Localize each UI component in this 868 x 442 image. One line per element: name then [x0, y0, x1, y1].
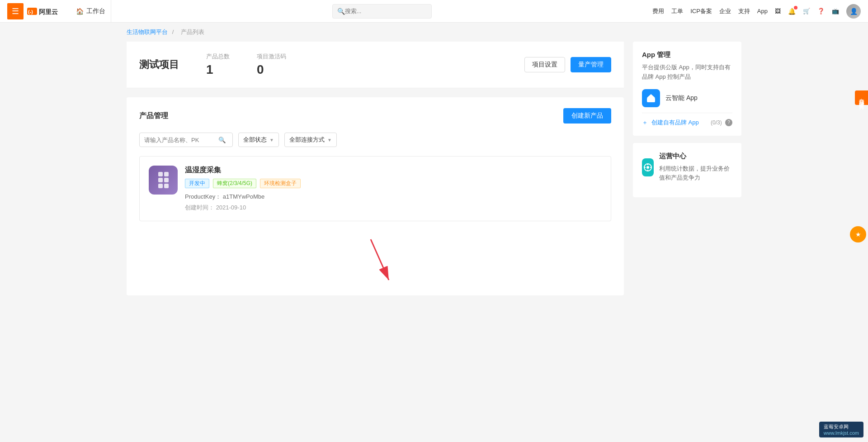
main-content: 测试项目 产品总数 1 项目激活码 0 项目设置 量产管理 产品管理 创建新产品	[0, 42, 868, 314]
media-icon[interactable]: 📺	[832, 8, 839, 14]
icon-dot-2	[164, 172, 169, 176]
app-management-title: App 管理	[642, 51, 732, 59]
nav-item-app[interactable]: App	[757, 8, 768, 14]
product-key-row: ProductKey： a1TMYwPoMbe	[185, 193, 602, 201]
product-search-field[interactable]: 🔍	[139, 133, 233, 147]
icon-dot-1	[158, 172, 163, 176]
image-icon[interactable]: 🖼	[775, 8, 781, 14]
app-management-desc: 平台提供公版 App，同时支持自有品牌 App 控制产品	[642, 63, 732, 82]
icon-dot-3	[158, 178, 163, 182]
pm-filters: 🔍 全部状态 ▼ 全部连接方式 ▼	[139, 133, 611, 147]
cloud-app-label: 云智能 App	[665, 94, 698, 102]
breadcrumb-parent[interactable]: 生活物联网平台	[127, 29, 168, 35]
project-header: 测试项目 产品总数 1 项目激活码 0 项目设置 量产管理	[127, 42, 624, 88]
divider	[642, 113, 732, 113]
tag-beehive: 蜂窝(2/3/4/5G)	[213, 179, 256, 188]
ops-app-item[interactable]: 运营中心 利用统计数据，提升业务价值和产品竞争力	[642, 152, 732, 183]
nav-item-enterprise[interactable]: 企业	[719, 7, 731, 15]
nav-item-expense[interactable]: 费用	[652, 7, 664, 15]
tag-environment: 环境检测盒子	[260, 179, 301, 188]
hamburger-button[interactable]: ☰	[7, 3, 24, 19]
workbench-nav[interactable]: 🏠 工作台	[71, 0, 111, 23]
product-key-value: a1TMYwPoMbe	[223, 193, 264, 200]
product-search-input[interactable]	[144, 137, 217, 143]
created-value: 2021-09-10	[216, 204, 246, 211]
status-filter-dropdown[interactable]: 全部状态 ▼	[238, 133, 279, 147]
nav-item-icp[interactable]: ICP备案	[690, 7, 712, 15]
red-arrow-area	[139, 230, 611, 285]
ops-svg	[643, 162, 653, 172]
project-stat-products: 产品总数 1	[206, 52, 230, 77]
icon-dot-5	[158, 184, 163, 188]
brand-count: (0/3) ?	[711, 119, 732, 126]
svg-marker-6	[647, 94, 655, 98]
red-arrow-indicator	[366, 235, 393, 285]
project-actions: 项目设置 量产管理	[524, 57, 611, 72]
breadcrumb-current: 产品列表	[181, 29, 204, 35]
pm-title: 产品管理	[139, 111, 563, 121]
cloud-app-item[interactable]: 云智能 App	[642, 89, 732, 107]
help-circle-icon[interactable]: ❓	[817, 8, 825, 14]
create-brand-label: 创建自有品牌 App	[651, 119, 699, 127]
svg-line-4	[371, 239, 389, 280]
pm-header: 产品管理 创建新产品	[139, 108, 611, 124]
stat-activations-value: 0	[257, 62, 286, 77]
right-float-tools: 自营品牌建链工具	[855, 90, 868, 107]
cloud-app-icon	[642, 89, 660, 107]
create-brand-app-item[interactable]: ＋ 创建自有品牌 App (0/3) ?	[642, 119, 732, 127]
svg-point-8	[646, 166, 649, 169]
product-info: 温湿度采集 开发中 蜂窝(2/3/4/5G) 环境检测盒子 ProductKey…	[185, 166, 602, 212]
brand-tool-panel[interactable]: 自营品牌建链工具	[855, 90, 868, 105]
connect-filter-dropdown[interactable]: 全部连接方式 ▼	[284, 133, 337, 147]
product-created-row: 创建时间： 2021-09-10	[185, 204, 602, 212]
right-panel: App 管理 平台提供公版 App，同时支持自有品牌 App 控制产品 云智能 …	[633, 42, 741, 295]
product-icon	[149, 166, 178, 195]
svg-rect-5	[647, 98, 655, 102]
plus-icon: ＋	[642, 119, 648, 127]
chevron-down-icon-2: ▼	[327, 138, 332, 143]
stat-products-value: 1	[206, 62, 230, 77]
nav-item-ticket[interactable]: 工单	[671, 7, 683, 15]
project-title: 测试项目	[139, 58, 179, 71]
create-product-button[interactable]: 创建新产品	[563, 108, 611, 124]
project-stat-activations: 项目激活码 0	[257, 52, 286, 77]
cart-icon[interactable]: 🛒	[803, 8, 810, 14]
logo-svg: (-) 阿里云	[27, 5, 63, 18]
ops-title: 运营中心	[659, 152, 732, 161]
app-management-card: App 管理 平台提供公版 App，同时支持自有品牌 App 控制产品 云智能 …	[633, 42, 741, 136]
status-filter-label: 全部状态	[243, 136, 267, 144]
product-tags: 开发中 蜂窝(2/3/4/5G) 环境检测盒子	[185, 179, 602, 188]
connect-filter-label: 全部连接方式	[289, 136, 325, 144]
ops-text-block: 运营中心 利用统计数据，提升业务价值和产品竞争力	[659, 152, 732, 183]
nav-item-support[interactable]: 支持	[738, 7, 750, 15]
search-box[interactable]: 🔍	[332, 4, 432, 19]
search-submit-button[interactable]: 🔍	[217, 137, 228, 143]
help-icon[interactable]: ?	[725, 119, 732, 126]
svg-text:(-): (-)	[28, 9, 33, 14]
product-card[interactable]: 温湿度采集 开发中 蜂窝(2/3/4/5G) 环境检测盒子 ProductKey…	[139, 156, 611, 221]
stat-products-label: 产品总数	[206, 52, 230, 61]
ops-center-card: 运营中心 利用统计数据，提升业务价值和产品竞争力	[633, 143, 741, 198]
bell-button[interactable]: 🔔	[788, 8, 796, 15]
star-icon: ★	[855, 231, 861, 238]
aliyun-logo[interactable]: (-) 阿里云	[27, 5, 63, 18]
nav-right-items: 费用 工单 ICP备案 企业 支持 App 🖼 🔔 🛒 ❓ 📺 👤	[652, 4, 861, 19]
mass-production-button[interactable]: 量产管理	[571, 57, 611, 72]
breadcrumb: 生活物联网平台 / 产品列表	[0, 23, 868, 42]
project-settings-button[interactable]: 项目设置	[524, 57, 565, 72]
avatar-image: 👤	[846, 4, 861, 19]
user-avatar[interactable]: 👤	[846, 4, 861, 19]
svg-text:阿里云: 阿里云	[39, 8, 58, 15]
rating-button[interactable]: ★	[850, 226, 866, 242]
product-management-panel: 产品管理 创建新产品 🔍 全部状态 ▼ 全部连接方式 ▼	[127, 97, 624, 295]
tag-development: 开发中	[185, 179, 209, 188]
ops-icon	[642, 158, 654, 176]
ops-desc: 利用统计数据，提升业务价值和产品竞争力	[659, 164, 732, 183]
menu-icon: ☰	[12, 6, 19, 16]
chevron-down-icon: ▼	[269, 138, 274, 143]
icon-dot-4	[164, 178, 169, 182]
workbench-label: 工作台	[86, 7, 105, 15]
search-input[interactable]	[345, 8, 426, 14]
breadcrumb-separator: /	[172, 29, 174, 35]
top-navigation: ☰ (-) 阿里云 🏠 工作台 🔍 费用 工单 ICP备案 企业 支持 App …	[0, 0, 868, 23]
